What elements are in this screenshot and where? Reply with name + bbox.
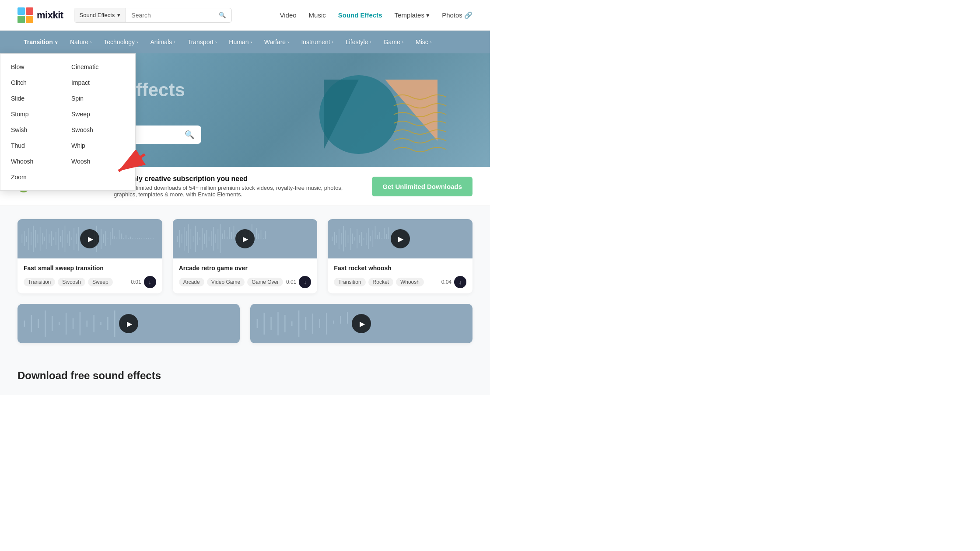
card-title-1: Fast small sweep transition: [24, 265, 156, 272]
category-misc-label: Misc: [416, 38, 428, 45]
tag-arcade-2[interactable]: Arcade: [179, 278, 204, 286]
category-instrument-label: Instrument: [301, 38, 330, 45]
card-tags-3: Transition Rocket Whoosh 0:04 ↓: [334, 276, 466, 288]
nav-templates[interactable]: Templates ▾: [395, 11, 430, 19]
warfare-chevron-icon: ›: [287, 40, 289, 45]
category-nature[interactable]: Nature ›: [64, 38, 98, 45]
category-instrument[interactable]: Instrument ›: [295, 38, 339, 45]
tag-transition-3[interactable]: Transition: [334, 278, 365, 286]
download-icon-2: ↓: [304, 279, 307, 286]
card-duration-3: 0:04 ↓: [441, 276, 466, 288]
dropdown-item-zoom[interactable]: Zoom: [11, 171, 64, 183]
play-icon-5: ▶: [360, 320, 365, 328]
download-button-1[interactable]: ↓: [144, 276, 156, 288]
dropdown-item-swoosh[interactable]: Swoosh: [71, 124, 125, 136]
sound-card-5: ▶: [250, 304, 472, 343]
tag-whoosh-3[interactable]: Whoosh: [396, 278, 424, 286]
transition-chevron-icon: ∨: [55, 40, 58, 45]
envato-cta-button[interactable]: Get Unlimited Downloads: [372, 177, 472, 196]
dropdown-item-slide[interactable]: Slide: [11, 92, 64, 105]
category-transition[interactable]: Transition ∨: [18, 38, 64, 45]
hero-decoration: [289, 62, 455, 167]
envato-headline: The only creative subscription you need: [114, 175, 363, 183]
svg-rect-3: [26, 16, 33, 23]
logo-text: mixkit: [37, 10, 63, 21]
duration-text-1: 0:01: [131, 279, 141, 285]
animals-chevron-icon: ›: [174, 40, 175, 45]
download-section-title: Download free sound effects: [18, 370, 472, 382]
nav-music[interactable]: Music: [309, 11, 326, 19]
category-technology[interactable]: Technology ›: [98, 38, 144, 45]
duration-text-3: 0:04: [441, 279, 452, 285]
dropdown-item-whoosh[interactable]: Whoosh: [11, 155, 64, 167]
waveform-area-2: ▶: [173, 219, 318, 258]
card-info-1: Fast small sweep transition Transition S…: [18, 258, 162, 293]
tag-gameover-2[interactable]: Game Over: [247, 278, 283, 286]
download-icon-1: ↓: [148, 279, 151, 286]
play-button-1[interactable]: ▶: [80, 229, 99, 248]
category-misc[interactable]: Misc ›: [410, 38, 438, 45]
hero-search-icon[interactable]: 🔍: [185, 130, 194, 139]
dropdown-item-glitch[interactable]: Glitch: [11, 77, 64, 89]
envato-description: Enjoy unlimited downloads of 54+ million…: [114, 185, 363, 198]
duration-text-2: 0:01: [286, 279, 296, 285]
nature-chevron-icon: ›: [90, 40, 91, 45]
dropdown-item-sweep[interactable]: Sweep: [71, 108, 125, 120]
tag-transition-1[interactable]: Transition: [24, 278, 55, 286]
search-type-dropdown[interactable]: Sound Effects ▾: [74, 8, 126, 22]
waveform-area-4: ▶: [18, 304, 240, 343]
dropdown-item-spin[interactable]: Spin: [71, 92, 125, 105]
play-button-4[interactable]: ▶: [119, 314, 138, 333]
nav-video[interactable]: Video: [280, 11, 296, 19]
dropdown-item-thud[interactable]: Thud: [11, 139, 64, 152]
tag-swoosh-1[interactable]: Swoosh: [58, 278, 85, 286]
lifestyle-chevron-icon: ›: [370, 40, 371, 45]
svg-rect-1: [26, 7, 33, 15]
category-human-label: Human: [229, 38, 248, 45]
cards-grid: ▶ Fast small sweep transition Transition…: [18, 219, 472, 293]
envato-text: The only creative subscription you need …: [114, 175, 363, 198]
download-button-2[interactable]: ↓: [299, 276, 311, 288]
play-icon-4: ▶: [127, 320, 132, 328]
dropdown-chevron-icon: ▾: [117, 12, 120, 18]
play-button-2[interactable]: ▶: [235, 229, 255, 248]
category-human[interactable]: Human ›: [223, 38, 258, 45]
red-arrow: [114, 150, 149, 176]
category-animals[interactable]: Animals ›: [144, 38, 181, 45]
search-button[interactable]: 🔍: [214, 8, 231, 22]
category-warfare[interactable]: Warfare ›: [258, 38, 295, 45]
dropdown-item-cinematic[interactable]: Cinematic: [71, 61, 125, 73]
transition-dropdown: Blow Cinematic Glitch Impact Slide Spin …: [0, 53, 136, 191]
mixkit-logo-icon: [18, 7, 33, 23]
human-chevron-icon: ›: [250, 40, 252, 45]
card-tags-2: Arcade Video Game Game Over 0:01 ↓: [179, 276, 312, 288]
dropdown-item-blow[interactable]: Blow: [11, 61, 64, 73]
category-game[interactable]: Game ›: [378, 38, 410, 45]
header: mixkit Sound Effects ▾ 🔍 Video Music Sou…: [0, 0, 490, 31]
main-nav: Video Music Sound Effects Templates ▾ Ph…: [280, 11, 472, 19]
play-icon-2: ▶: [243, 235, 248, 243]
search-input[interactable]: [126, 8, 214, 22]
tag-videogame-2[interactable]: Video Game: [207, 278, 245, 286]
play-button-5[interactable]: ▶: [352, 314, 371, 333]
tag-rocket-3[interactable]: Rocket: [368, 278, 393, 286]
download-button-3[interactable]: ↓: [454, 276, 466, 288]
category-transport[interactable]: Transport ›: [182, 38, 223, 45]
nav-photos[interactable]: Photos 🔗: [442, 11, 472, 19]
tag-sweep-1[interactable]: Sweep: [88, 278, 113, 286]
play-icon-1: ▶: [88, 235, 93, 243]
logo[interactable]: mixkit: [18, 7, 63, 23]
play-button-3[interactable]: ▶: [391, 229, 410, 248]
dropdown-item-stomp[interactable]: Stomp: [11, 108, 64, 120]
dropdown-grid: Blow Cinematic Glitch Impact Slide Spin …: [11, 61, 125, 183]
svg-line-5: [119, 154, 145, 171]
category-transition-label: Transition: [24, 38, 53, 45]
svg-rect-0: [18, 7, 25, 15]
card-title-3: Fast rocket whoosh: [334, 265, 466, 272]
dropdown-item-swish[interactable]: Swish: [11, 124, 64, 136]
nav-sound-effects[interactable]: Sound Effects: [338, 11, 382, 19]
hero-decoration-svg: [289, 62, 455, 167]
sound-card-1: ▶ Fast small sweep transition Transition…: [18, 219, 162, 293]
category-lifestyle[interactable]: Lifestyle ›: [340, 38, 378, 45]
dropdown-item-impact[interactable]: Impact: [71, 77, 125, 89]
